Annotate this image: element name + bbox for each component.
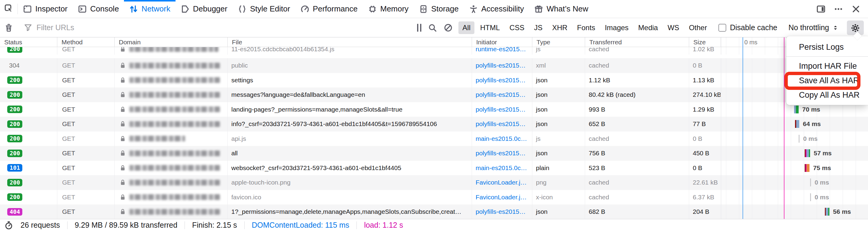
tab-accessibility[interactable]: Accessibility	[464, 0, 529, 18]
initiator-link[interactable]: FaviconLoader.j…	[472, 190, 532, 205]
initiator-link[interactable]: main-es2015.0c…	[472, 161, 532, 175]
table-header: Status Method Domain File Initiator Type…	[0, 37, 868, 47]
clear-requests-button[interactable]	[4, 23, 13, 32]
initiator-link[interactable]: polyfills-es2015…	[472, 58, 532, 73]
column-header-size[interactable]: Size	[689, 37, 721, 47]
dock-side-button[interactable]	[816, 4, 826, 14]
redacted-domain	[129, 47, 218, 52]
domain-cell	[115, 175, 228, 190]
transferred-cell: 756 B	[585, 146, 689, 161]
filter-ws[interactable]: WS	[663, 22, 683, 34]
pause-traffic-button[interactable]	[414, 24, 424, 32]
load-time[interactable]: load: 1.12 s	[357, 221, 410, 230]
tab-memory[interactable]: Memory	[363, 0, 414, 18]
tab-performance[interactable]: Performance	[295, 0, 363, 18]
initiator-link[interactable]: polyfills-es2015…	[472, 73, 532, 88]
disable-cache-control[interactable]: Disable cache	[713, 23, 783, 32]
column-header-initiator[interactable]: Initiator	[472, 37, 532, 47]
column-header-domain[interactable]: Domain	[115, 37, 228, 47]
method-cell: GET	[57, 88, 115, 102]
filter-all[interactable]: All	[459, 22, 474, 34]
tab-network[interactable]: Network	[124, 0, 175, 18]
column-header-type[interactable]: Type	[532, 37, 585, 47]
request-table: Status Method Domain File Initiator Type…	[0, 37, 868, 219]
method-cell: GET	[57, 117, 115, 131]
filter-urls-box[interactable]	[18, 23, 414, 32]
request-row[interactable]: 200 GET api.js main-es2015.0c… js cached…	[0, 131, 868, 146]
method-cell: GET	[57, 131, 115, 146]
pick-element-button[interactable]	[0, 0, 18, 18]
tab-whats-new[interactable]: What’s New	[529, 0, 593, 18]
column-header-status[interactable]: Status	[0, 37, 57, 47]
initiator-link[interactable]: runtime-es2015…	[472, 47, 532, 55]
request-row[interactable]: 200 GET favicon.ico FaviconLoader.j… x-i…	[0, 190, 868, 205]
initiator-link[interactable]: FaviconLoader.j…	[472, 175, 532, 190]
initiator-link[interactable]: main-es2015.0c…	[472, 131, 532, 146]
request-row[interactable]: 200 GET landing-pages?_permissions=manag…	[0, 102, 868, 117]
block-request-button[interactable]	[444, 23, 453, 32]
request-row[interactable]: 200 GET messages?language=de&fallbackLan…	[0, 88, 868, 102]
menu-item-copy-all-as-har[interactable]: Copy All As HAR	[786, 88, 868, 102]
tab-style-editor[interactable]: Style Editor	[232, 0, 295, 18]
waterfall-bar	[810, 178, 811, 186]
filter-fonts[interactable]: Fonts	[573, 22, 599, 34]
domain-cell	[115, 190, 228, 205]
search-button[interactable]	[428, 23, 437, 32]
transferred-summary[interactable]: 9.29 MB / 89.59 kB transferred	[67, 221, 185, 230]
request-row[interactable]: 200 GET settings polyfills-es2015… json …	[0, 73, 868, 88]
tab-console[interactable]: Console	[73, 0, 124, 18]
lock-icon	[119, 91, 126, 99]
request-row[interactable]: 200 GET info?_csrf=203d3721-5973-4361-a6…	[0, 117, 868, 131]
column-header-file[interactable]: File	[228, 37, 472, 47]
tabbar-right-controls	[816, 0, 868, 18]
initiator-link[interactable]: polyfills-es2015…	[472, 102, 532, 117]
request-table-body: 200 GET 11-es2015.cdcbcbcab0014b61354.js…	[0, 47, 868, 219]
lock-icon	[119, 178, 126, 186]
filter-other[interactable]: Other	[685, 22, 711, 34]
request-row[interactable]: 200 GET all polyfills-es2015… json 756 B…	[0, 146, 868, 161]
tab-storage[interactable]: Storage	[414, 0, 464, 18]
finish-time[interactable]: Finish: 2.15 s	[185, 221, 244, 230]
throttling-select[interactable]: No throttling	[783, 23, 844, 32]
tab-label: Storage	[431, 4, 459, 13]
waterfall-time-label: 56 ms	[833, 208, 851, 215]
filter-urls-input[interactable]	[36, 23, 414, 32]
filter-html[interactable]: HTML	[476, 22, 504, 34]
type-cell: plain	[532, 161, 585, 175]
tab-inspector[interactable]: Inspector	[18, 0, 73, 18]
request-row[interactable]: 200 GET 11-es2015.cdcbcbcab0014b61354.js…	[0, 47, 868, 58]
request-row[interactable]: 101 GET websocket?_csrf=203d3721-5973-43…	[0, 161, 868, 175]
devtools-tabbar: Inspector Console Network Debugger Style…	[0, 0, 868, 18]
file-cell: all	[228, 146, 472, 161]
menu-item-persist-logs[interactable]: Persist Logs	[786, 40, 868, 54]
inspector-icon	[23, 4, 32, 13]
column-header-method[interactable]: Method	[57, 37, 115, 47]
menu-item-save-all-as-har[interactable]: Save All As HAR	[786, 73, 868, 88]
dom-content-loaded-time[interactable]: DOMContentLoaded: 115 ms	[245, 221, 356, 230]
initiator-link[interactable]: polyfills-es2015…	[472, 146, 532, 161]
disable-cache-checkbox[interactable]	[718, 24, 726, 32]
requests-count[interactable]: 26 requests	[13, 221, 67, 230]
filter-css[interactable]: CSS	[505, 22, 528, 34]
file-cell: api.js	[228, 131, 472, 146]
status-badge: 200	[7, 105, 22, 113]
menu-item-import-har[interactable]: Import HAR File	[786, 59, 868, 73]
request-row[interactable]: 404 GET 1?_permissions=manage,delete,man…	[0, 204, 868, 219]
filter-xhr[interactable]: XHR	[548, 22, 571, 34]
filter-media[interactable]: Media	[634, 22, 662, 34]
meatball-menu-button[interactable]	[834, 4, 843, 14]
close-devtools-button[interactable]	[851, 4, 861, 14]
filter-images[interactable]: Images	[601, 22, 632, 34]
initiator-link[interactable]: polyfills-es2015…	[472, 88, 532, 102]
size-cell: 1.02 kB	[689, 47, 721, 55]
initiator-link[interactable]: polyfills-es2015…	[472, 204, 532, 219]
column-header-transferred[interactable]: Transferred	[585, 37, 689, 47]
tab-debugger[interactable]: Debugger	[176, 0, 232, 18]
request-row[interactable]: 304 GET public polyfills-es2015… xml cac…	[0, 58, 868, 73]
filter-js[interactable]: JS	[530, 22, 547, 34]
request-row[interactable]: 200 GET apple-touch-icon.png FaviconLoad…	[0, 175, 868, 190]
network-settings-button[interactable]	[847, 21, 864, 35]
file-cell: favicon.ico	[228, 190, 472, 205]
initiator-link[interactable]: polyfills-es2015…	[472, 117, 532, 131]
method-cell: GET	[57, 102, 115, 117]
